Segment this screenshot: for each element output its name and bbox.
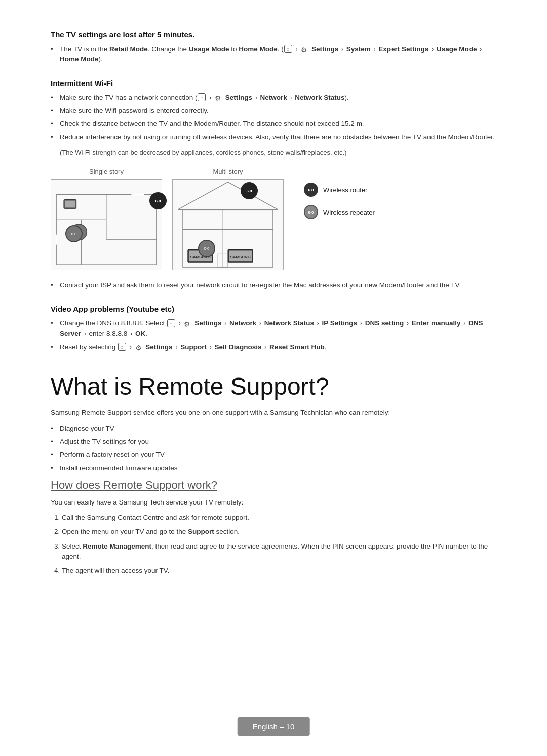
router-icon-single: 6·8 — [149, 192, 167, 209]
home-icon-4 — [118, 343, 126, 351]
step-3: Select Remote Management, then read and … — [62, 541, 496, 562]
gear-icon-2: ⚙ — [215, 93, 223, 101]
router-legend-icon: 6·8 — [304, 183, 318, 197]
multi-story-svg: SAMSUNG SAMSUNG — [173, 180, 283, 270]
how-does-title: How does Remote Support work? — [51, 479, 496, 492]
what-is-item-1: Diagnose your TV — [51, 424, 496, 434]
legend-router: 6·8 Wireless router — [304, 183, 375, 197]
how-does-steps: Call the Samsung Contact Centre and ask … — [51, 513, 496, 576]
how-does-section: How does Remote Support work? You can ea… — [51, 479, 496, 576]
tv-settings-title: The TV settings are lost after 5 minutes… — [51, 30, 496, 39]
what-is-title: What is Remote Support? — [51, 372, 496, 400]
home-icon — [284, 45, 292, 53]
wifi-item-2: Make sure the Wifi password is entered c… — [51, 106, 496, 116]
diagram-area: Single story — [51, 167, 496, 270]
usage-mode-text: Usage Mode — [189, 45, 229, 53]
svg-rect-15 — [183, 209, 273, 230]
intermittent-wifi-title: Intermittent Wi-Fi — [51, 79, 496, 88]
settings-gear-icon: ⚙ — [301, 45, 309, 53]
footer-text: English – 10 — [253, 722, 295, 731]
step-1: Call the Samsung Contact Centre and ask … — [62, 513, 496, 523]
wifi-item-3: Check the distance between the TV and th… — [51, 119, 496, 129]
repeater-legend-icon: 0·0 — [304, 205, 318, 219]
tv-settings-section: The TV settings are lost after 5 minutes… — [51, 30, 496, 65]
svg-text:SAMSUNG: SAMSUNG — [230, 255, 251, 259]
router-icon-multi-top: 6·8 — [241, 182, 258, 199]
gear-icon-4: ⚙ — [135, 343, 143, 351]
video-app-section: Video App problems (Youtube etc) Change … — [51, 305, 496, 352]
legend-repeater: 0·0 Wireless repeater — [304, 205, 375, 219]
svg-rect-8 — [65, 201, 75, 208]
what-is-item-4: Install recommended firmware updates — [51, 463, 496, 473]
wifi-note: (The Wi-Fi strength can be decreased by … — [60, 148, 496, 158]
step-2: Open the menu on your TV and go to the S… — [62, 527, 496, 537]
video-item-2: Reset by selecting › ⚙ Settings › Suppor… — [51, 342, 496, 352]
single-story-label: Single story — [89, 167, 124, 175]
video-app-title: Video App problems (Youtube etc) — [51, 305, 496, 313]
diagram-legend: 6·8 Wireless router 0·0 Wireless repeate… — [304, 167, 375, 219]
step-4: The agent will then access your TV. — [62, 566, 496, 576]
repeater-icon-single: 0·0 — [65, 225, 83, 242]
wifi-item-1: Make sure the TV has a network connectio… — [51, 93, 496, 103]
single-story-svg: 6·8 0·0 — [51, 180, 162, 270]
intermittent-wifi-section: Intermittent Wi-Fi Make sure the TV has … — [51, 79, 496, 291]
what-is-item-3: Perform a factory reset on your TV — [51, 450, 496, 460]
wifi-item-5: Contact your ISP and ask them to reset y… — [51, 280, 496, 290]
wifi-item-4: Reduce interference by not using or turn… — [51, 132, 496, 142]
wifi-list-2: Contact your ISP and ask them to reset y… — [51, 280, 496, 290]
wifi-list: Make sure the TV has a network connectio… — [51, 93, 496, 143]
what-is-item-2: Adjust the TV settings for you — [51, 437, 496, 447]
single-story-diagram: 6·8 0·0 6·8 0·0 — [51, 179, 162, 270]
repeater-legend-label: Wireless repeater — [323, 208, 375, 216]
retail-mode-text: Retail Mode — [109, 45, 148, 53]
repeater-icon-multi: 0·0 — [198, 240, 215, 257]
home-icon-2 — [198, 93, 206, 101]
tv-settings-list: The TV is in the Retail Mode. Change the… — [51, 44, 496, 65]
video-item-1: Change the DNS to 8.8.8.8. Select › ⚙ Se… — [51, 318, 496, 339]
multi-story-diagram: SAMSUNG SAMSUNG 6·8 0·0 — [172, 179, 284, 270]
video-list: Change the DNS to 8.8.8.8. Select › ⚙ Se… — [51, 318, 496, 352]
what-is-section: What is Remote Support? Samsung Remote S… — [51, 372, 496, 474]
how-does-intro: You can easily have a Samsung Tech servi… — [51, 497, 496, 508]
gear-icon-3: ⚙ — [184, 319, 192, 327]
home-mode-text: Home Mode — [239, 45, 278, 53]
what-is-intro: Samsung Remote Support service offers yo… — [51, 407, 496, 418]
single-story-container: Single story — [51, 167, 162, 270]
svg-marker-13 — [178, 182, 278, 209]
what-is-list: Diagnose your TV Adjust the TV settings … — [51, 424, 496, 474]
multi-story-label: Multi story — [213, 167, 243, 175]
home-icon-3 — [167, 319, 175, 327]
tv-settings-item: The TV is in the Retail Mode. Change the… — [51, 44, 496, 65]
page-footer: English – 10 — [238, 717, 310, 736]
multi-story-container: Multi story SAMSUNG — [172, 167, 284, 270]
router-legend-label: Wireless router — [323, 186, 367, 194]
